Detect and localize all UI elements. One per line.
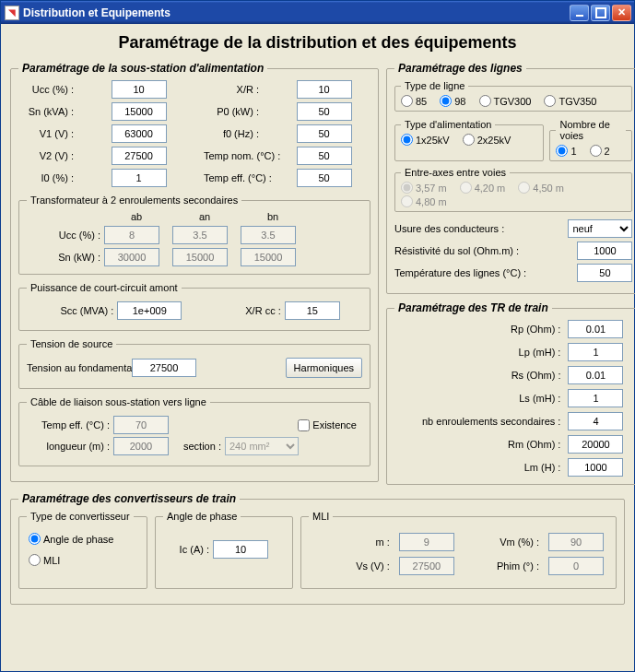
templ-label: Température des lignes (°C) : — [394, 267, 571, 278]
t2-ucc-label: Ucc (%) : — [27, 230, 100, 241]
v1-input[interactable] — [112, 124, 167, 143]
ic-input[interactable] — [213, 540, 268, 559]
minimize-button[interactable] — [570, 5, 589, 21]
lp-input[interactable] — [568, 343, 623, 361]
usure-select[interactable]: neuf — [568, 219, 632, 238]
existence-checkbox[interactable]: Existence — [298, 419, 357, 431]
voies-2[interactable]: 2 — [590, 145, 610, 157]
titlebar: ◥ Distribution et Equipements — [1, 1, 634, 24]
p0-input[interactable] — [297, 102, 352, 121]
rs-input[interactable] — [568, 366, 623, 384]
templ-input[interactable] — [577, 264, 632, 282]
v2-label: V2 (V) : — [18, 150, 74, 161]
col-ab: ab — [104, 211, 169, 222]
scc-input[interactable] — [117, 301, 182, 320]
type-ligne-fieldset: Type de ligne 85 98 TGV300 TGV350 — [394, 80, 632, 112]
transfo2-legend: Transformateur à 2 enroulements secondai… — [27, 195, 241, 206]
pcc-legend: Puissance de court-circuit amont — [27, 282, 182, 293]
ucc-input[interactable] — [112, 80, 167, 99]
xr-input[interactable] — [297, 80, 352, 99]
tr-train-fieldset: Paramétrage des TR de train Rp (Ohm) : L… — [386, 301, 635, 485]
ea-480: 4,80 m — [401, 195, 447, 207]
lignes-legend: Paramétrage des lignes — [394, 62, 526, 75]
type-ligne-98[interactable]: 98 — [440, 95, 465, 107]
vsrc-legend: Tension de source — [27, 338, 116, 349]
rp-label: Rp (Ohm) : — [422, 324, 560, 335]
v1-label: V1 (V) : — [18, 128, 74, 139]
vm-input — [548, 533, 604, 551]
teff-label: Temp eff. (°C) : — [204, 172, 259, 183]
pcc-fieldset: Puissance de court-circuit amont Scc (MV… — [18, 282, 370, 331]
nbe-input[interactable] — [568, 412, 623, 430]
existence-label: Existence — [312, 419, 357, 430]
entre-axes-fieldset: Entre-axes entre voies 3,57 m 4,20 m 4,5… — [394, 167, 632, 212]
ucc-label: Ucc (%) : — [18, 84, 74, 95]
teff-input[interactable] — [297, 169, 352, 187]
entre-axes-legend: Entre-axes entre voies — [401, 167, 510, 178]
phim-input — [548, 557, 604, 575]
conv-type-fieldset: Type de convertisseur Angle de phase MLI — [18, 511, 147, 589]
resist-input[interactable] — [577, 242, 632, 260]
rs-label: Rs (Ohm) : — [422, 370, 560, 381]
type-ligne-tgv300[interactable]: TGV300 — [479, 95, 532, 107]
type-ligne-legend: Type de ligne — [401, 80, 468, 91]
ea-357: 3,57 m — [401, 182, 447, 194]
col-an: an — [172, 211, 237, 222]
rp-input[interactable] — [568, 320, 623, 338]
i0-input[interactable] — [112, 169, 167, 187]
app-icon: ◥ — [5, 6, 19, 20]
type-alim-fieldset: Type d'alimentation 1x25kV 2x25kV — [394, 119, 544, 161]
voies-1[interactable]: 1 — [556, 145, 576, 157]
maximize-button[interactable] — [591, 5, 610, 21]
sn-label: Sn (kVA) : — [18, 106, 74, 117]
usure-label: Usure des conducteurs : — [394, 223, 562, 234]
xr-label: X/R : — [204, 84, 259, 95]
cable-sect-select: 240 mm² — [225, 437, 299, 455]
sn-input[interactable] — [112, 102, 167, 121]
mli-fieldset: MLI m : Vm (%) : Vs (V) : Phim (°) : — [300, 511, 617, 589]
xrcc-label: X/R cc : — [230, 305, 281, 316]
ls-input[interactable] — [568, 389, 623, 407]
rm-input[interactable] — [568, 435, 623, 454]
resist-label: Résistivité du sol (Ohm.m) : — [394, 245, 571, 256]
conv-mli-radio[interactable]: MLI — [29, 554, 132, 566]
v2-input[interactable] — [112, 147, 167, 165]
type-ligne-tgv350[interactable]: TGV350 — [544, 95, 596, 107]
substation-legend: Paramétrage de la sous-station d'aliment… — [18, 62, 267, 75]
alim-1x25[interactable]: 1x25kV — [401, 134, 450, 146]
close-button[interactable] — [612, 5, 631, 21]
conv-legend: Paramétrage des convertisseurs de train — [18, 492, 240, 505]
t2-ucc-bn — [241, 226, 296, 244]
lm-input[interactable] — [568, 458, 623, 477]
xrcc-input[interactable] — [285, 301, 340, 320]
p0-label: P0 (kW) : — [204, 106, 259, 117]
existence-input[interactable] — [298, 419, 310, 431]
nb-voies-legend: Nombre de voies — [556, 119, 626, 141]
conv-fieldset: Paramétrage des convertisseurs de train … — [10, 492, 625, 605]
t2-ucc-ab — [104, 226, 159, 244]
vs-input — [399, 557, 454, 575]
client-area: Paramétrage de la distribution et des éq… — [1, 24, 634, 671]
conv-angle-radio[interactable]: Angle de phase — [29, 533, 132, 545]
substation-fieldset: Paramétrage de la sous-station d'aliment… — [10, 62, 379, 482]
cable-long-label: longueur (m) : — [27, 441, 110, 452]
tr-train-legend: Paramétrage des TR de train — [394, 301, 552, 314]
cable-long-input — [113, 437, 169, 455]
m-input — [399, 533, 454, 551]
ls-label: Ls (mH) : — [422, 393, 560, 404]
cable-sect-label: section : — [183, 441, 221, 452]
alim-2x25[interactable]: 2x25kV — [463, 134, 512, 146]
tnom-input[interactable] — [297, 147, 352, 165]
col-bn: bn — [241, 211, 305, 222]
vf-input[interactable] — [132, 359, 196, 377]
scc-label: Scc (MVA) : — [49, 305, 113, 316]
t2-ucc-an — [172, 226, 228, 244]
t2-sn-bn — [241, 248, 296, 266]
type-ligne-85[interactable]: 85 — [401, 95, 427, 107]
t2-sn-an — [172, 248, 228, 266]
harmoniques-button[interactable]: Harmoniques — [286, 358, 362, 378]
f0-input[interactable] — [297, 124, 352, 143]
tnom-label: Temp nom. (°C) : — [204, 150, 259, 161]
page-title: Paramétrage de la distribution et des éq… — [10, 33, 625, 53]
m-label: m : — [318, 536, 390, 548]
